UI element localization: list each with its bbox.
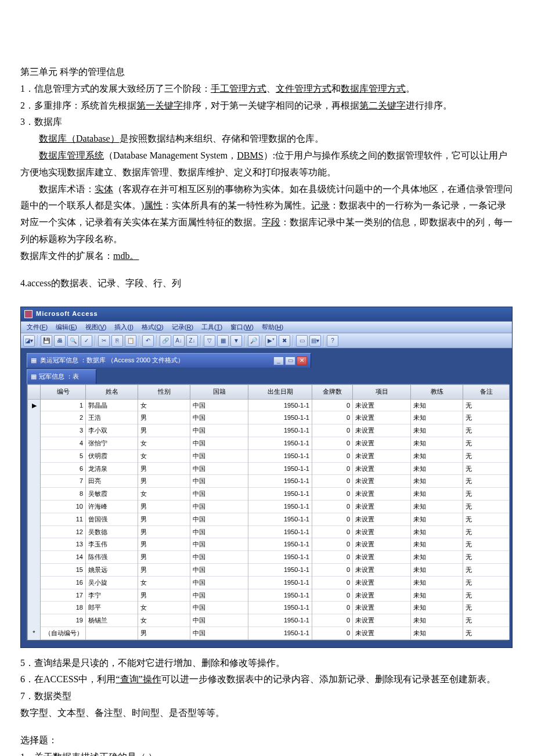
cell-note[interactable]: 无	[463, 424, 510, 437]
cell-nat[interactable]: 中国	[190, 589, 248, 602]
cell-dob[interactable]: 1950-1-1	[248, 538, 312, 551]
cell-gold[interactable]: 0	[312, 627, 353, 640]
cell-dob[interactable]: 1950-1-1	[248, 412, 312, 424]
cell-nat[interactable]: 中国	[190, 463, 248, 476]
print-button[interactable]: 🖶	[54, 335, 66, 347]
cell-gold[interactable]: 0	[312, 475, 353, 488]
row-selector[interactable]	[28, 412, 41, 424]
column-header[interactable]: 项目	[353, 384, 411, 399]
cell-coach[interactable]: 未知	[411, 564, 463, 577]
cell-gold[interactable]: 0	[312, 564, 353, 577]
menu-e[interactable]: 编辑(E)	[52, 321, 81, 334]
cell-coach[interactable]: 未知	[411, 627, 463, 640]
table-row[interactable]: 15姚景远男中国1950-1-10 未设置未知无	[28, 564, 510, 577]
menu-i[interactable]: 插入(I)	[111, 321, 136, 334]
cell-sex[interactable]: 女	[138, 450, 190, 463]
row-selector[interactable]	[28, 463, 41, 476]
cell-gold[interactable]: 0	[312, 589, 353, 602]
cell-coach[interactable]: 未知	[411, 614, 463, 627]
cell-name[interactable]: 龙清泉	[86, 463, 138, 476]
cell-coach[interactable]: 未知	[411, 424, 463, 437]
help-button[interactable]: ?	[327, 335, 338, 347]
row-selector[interactable]	[28, 424, 41, 437]
row-selector[interactable]	[28, 551, 41, 564]
cell-name[interactable]: 许海峰	[86, 501, 138, 513]
copy-button[interactable]: ⎘	[111, 335, 123, 347]
view-button[interactable]: ◪▾	[23, 335, 35, 347]
cell-proj[interactable]: 未设置	[353, 412, 411, 424]
cell-proj[interactable]: 未设置	[353, 450, 411, 463]
cell-sex[interactable]: 女	[138, 399, 190, 412]
cell-sex[interactable]: 女	[138, 614, 190, 627]
cell-id[interactable]: 18	[41, 602, 86, 614]
cell-note[interactable]: 无	[463, 551, 510, 564]
cell-coach[interactable]: 未知	[411, 437, 463, 450]
cell-note[interactable]: 无	[463, 577, 510, 589]
cell-id[interactable]: 3	[41, 424, 86, 437]
cell-name[interactable]: 陈伟强	[86, 551, 138, 564]
cell-gold[interactable]: 0	[312, 551, 353, 564]
cell-name[interactable]: 姚景远	[86, 564, 138, 577]
cell-nat[interactable]: 中国	[190, 538, 248, 551]
cell-proj[interactable]: 未设置	[353, 463, 411, 476]
table-row[interactable]: *（自动编号）男中国1950-1-10 未设置未知无	[28, 627, 510, 640]
subform-button[interactable]: ▤▾	[309, 335, 321, 347]
cell-note[interactable]: 无	[463, 564, 510, 577]
cell-coach[interactable]: 未知	[411, 513, 463, 526]
cell-gold[interactable]: 0	[312, 463, 353, 476]
row-selector[interactable]	[28, 488, 41, 501]
cell-id[interactable]: 14	[41, 551, 86, 564]
cell-coach[interactable]: 未知	[411, 577, 463, 589]
cell-proj[interactable]: 未设置	[353, 475, 411, 488]
cell-note[interactable]: 无	[463, 450, 510, 463]
cell-sex[interactable]: 男	[138, 564, 190, 577]
cell-coach[interactable]: 未知	[411, 412, 463, 424]
cell-note[interactable]: 无	[463, 437, 510, 450]
cell-proj[interactable]: 未设置	[353, 589, 411, 602]
cell-dob[interactable]: 1950-1-1	[248, 450, 312, 463]
sort-asc-button[interactable]: A↓	[173, 335, 185, 347]
cell-dob[interactable]: 1950-1-1	[248, 564, 312, 577]
cell-dob[interactable]: 1950-1-1	[248, 424, 312, 437]
cell-proj[interactable]: 未设置	[353, 602, 411, 614]
table-row[interactable]: 18郎平女中国1950-1-10 未设置未知无	[28, 602, 510, 614]
cell-note[interactable]: 无	[463, 538, 510, 551]
cell-coach[interactable]: 未知	[411, 475, 463, 488]
cell-name[interactable]: 李玉伟	[86, 538, 138, 551]
table-row[interactable]: 2王浩男中国1950-1-10 未设置未知无	[28, 412, 510, 424]
cell-dob[interactable]: 1950-1-1	[248, 463, 312, 476]
cell-note[interactable]: 无	[463, 589, 510, 602]
cell-name[interactable]	[86, 627, 138, 640]
cell-name[interactable]: 田亮	[86, 475, 138, 488]
table-row[interactable]: 13李玉伟男中国1950-1-10 未设置未知无	[28, 538, 510, 551]
cell-dob[interactable]: 1950-1-1	[248, 501, 312, 513]
cell-dob[interactable]: 1950-1-1	[248, 513, 312, 526]
cell-nat[interactable]: 中国	[190, 577, 248, 589]
row-selector[interactable]	[28, 526, 41, 539]
cell-nat[interactable]: 中国	[190, 564, 248, 577]
cell-proj[interactable]: 未设置	[353, 564, 411, 577]
cell-dob[interactable]: 1950-1-1	[248, 627, 312, 640]
cell-sex[interactable]: 男	[138, 589, 190, 602]
cell-name[interactable]: 吴数德	[86, 526, 138, 539]
cell-name[interactable]: 杨锡兰	[86, 614, 138, 627]
cell-gold[interactable]: 0	[312, 513, 353, 526]
table-row[interactable]: 8吴敏霞女中国1950-1-10 未设置未知无	[28, 488, 510, 501]
menu-h[interactable]: 帮助(H)	[258, 321, 287, 334]
table-row[interactable]: 19杨锡兰女中国1950-1-10 未设置未知无	[28, 614, 510, 627]
cell-proj[interactable]: 未设置	[353, 488, 411, 501]
cell-nat[interactable]: 中国	[190, 551, 248, 564]
cell-id[interactable]: （自动编号）	[41, 627, 86, 640]
cell-gold[interactable]: 0	[312, 501, 353, 513]
cell-nat[interactable]: 中国	[190, 627, 248, 640]
cell-sex[interactable]: 男	[138, 526, 190, 539]
cell-note[interactable]: 无	[463, 463, 510, 476]
undo-button[interactable]: ↶	[142, 335, 154, 347]
cell-proj[interactable]: 未设置	[353, 538, 411, 551]
cell-proj[interactable]: 未设置	[353, 424, 411, 437]
cell-gold[interactable]: 0	[312, 424, 353, 437]
cell-nat[interactable]: 中国	[190, 488, 248, 501]
cell-name[interactable]: 伏明霞	[86, 450, 138, 463]
cell-id[interactable]: 11	[41, 513, 86, 526]
cell-nat[interactable]: 中国	[190, 614, 248, 627]
